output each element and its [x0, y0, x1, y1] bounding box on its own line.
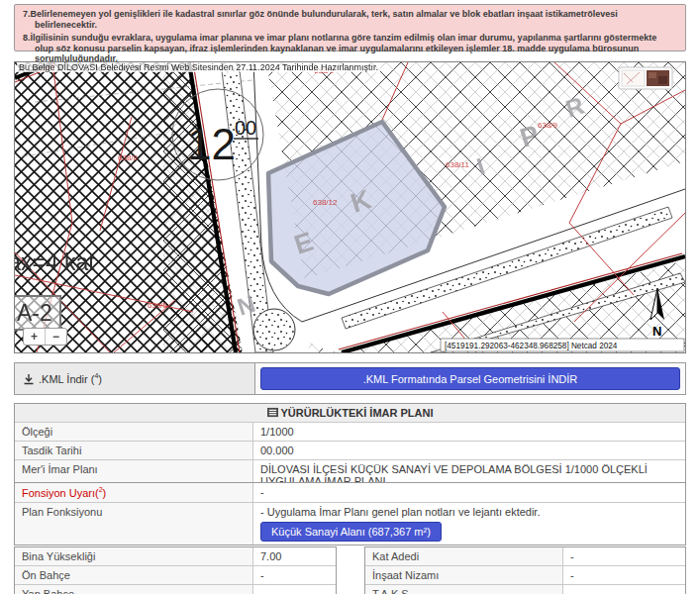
table-row: Bina Yüksekliği 7.00	[15, 547, 336, 565]
table-row: Ölçeği 1/1000	[15, 422, 685, 441]
road-width-value: 12	[187, 120, 236, 168]
plan-notes-box: 7.Belirlenemeyen yol genişlikleri ile ka…	[14, 4, 686, 51]
kml-download-row: .KML İndir (4) .KML Formatında Parsel Ge…	[14, 362, 686, 395]
plan-note-7: 7.Belirlenemeyen yol genişlikleri ile ka…	[23, 9, 677, 30]
map-zoom-control[interactable]: + −	[23, 328, 67, 346]
row-label: Tasdik Tarihi	[15, 442, 253, 459]
coords-text: [4519191.292063-462348.968258] Netcad 20…	[445, 342, 618, 350]
table-row: Ön Bahçe -	[15, 565, 336, 584]
row-label: Bina Yüksekliği	[15, 547, 253, 565]
plan-function-note: - Uygulama İmar Planı genel plan notları…	[260, 506, 678, 518]
map-canvas[interactable]: 12 00 N E K I P R	[15, 62, 685, 352]
svg-text:638/11: 638/11	[446, 160, 469, 169]
row-value: 00.000	[253, 442, 685, 459]
row-value: -	[253, 566, 336, 584]
function-table: Fonsiyon Uyarı(2) - Plan Fonksiyonu - Uy…	[14, 482, 686, 545]
row-value: -	[563, 585, 685, 594]
svg-text:638/9: 638/9	[538, 121, 558, 130]
table-row: Yan Bahçe -	[15, 584, 336, 594]
row-label: İnşaat Nizamı	[365, 566, 563, 584]
zoom-in-button[interactable]: +	[24, 329, 46, 345]
list-icon	[267, 407, 278, 418]
table-row: İnşaat Nizamı -	[365, 565, 685, 584]
table-row: T.A.K.S. -	[365, 584, 685, 594]
road-width-sup: 00	[235, 117, 256, 139]
zone-label: A-2	[17, 300, 52, 326]
parcel-map[interactable]: 12 00 N E K I P R	[14, 61, 686, 353]
row-value: -	[563, 547, 685, 565]
svg-text:639/5: 639/5	[148, 301, 168, 310]
download-icon	[23, 373, 35, 385]
row-label: Ölçeği	[15, 423, 253, 441]
row-value: -	[253, 585, 336, 594]
zoom-out-button[interactable]: −	[46, 329, 66, 345]
row-value: 1/1000	[253, 423, 685, 441]
row-label: Plan Fonksiyonu	[15, 503, 253, 544]
kml-download-label: .KML İndir (4)	[15, 363, 255, 394]
row-label: Kat Adedi	[365, 547, 563, 565]
table-row: Fonsiyon Uyarı(2) -	[15, 483, 685, 502]
table-row: Kat Adedi -	[365, 547, 685, 565]
svg-text:638/8: 638/8	[118, 153, 139, 162]
building-params-right-table: Kat Adedi - İnşaat Nizamı - T.A.K.S. -	[364, 546, 686, 594]
row-label: Yan Bahçe	[15, 585, 253, 594]
roundabout-dots	[254, 310, 294, 349]
row-value: -	[563, 566, 685, 584]
imar-plan-table: YÜRÜRLÜKTEKİ İMAR PLANI Ölçeği 1/1000 Ta…	[14, 403, 686, 491]
plan-note-8: 8.İlgilisinin sunduğu evraklara, uygulam…	[23, 33, 677, 64]
basemap-switcher[interactable]	[619, 67, 672, 89]
document-note: Bu Belge DİLOVASI Belediyesi Resmi Web S…	[17, 62, 380, 72]
row-value: -	[253, 483, 685, 502]
table-row: Plan Fonksiyonu - Uygulama İmar Planı ge…	[15, 502, 685, 544]
row-value: 7.00	[253, 547, 336, 565]
building-params-left-table: Bina Yüksekliği 7.00 Ön Bahçe - Yan Bahç…	[14, 546, 337, 594]
kml-download-button[interactable]: .KML Formatında Parsel Geometrisini İNDİ…	[260, 367, 680, 390]
imar-plan-table-header: YÜRÜRLÜKTEKİ İMAR PLANI	[15, 404, 685, 422]
row-label: T.A.K.S.	[365, 585, 563, 594]
function-warning-label: Fonsiyon Uyarı(2)	[15, 483, 253, 502]
row-label: Ön Bahçe	[15, 566, 253, 584]
table-row: Tasdik Tarihi 00.000	[15, 441, 685, 459]
zone-function-button[interactable]: Küçük Sanayi Alanı (687,367 m²)	[260, 522, 442, 542]
svg-text:638/12: 638/12	[313, 198, 338, 207]
north-label: N	[652, 324, 661, 339]
floor-limit-label: max=4 kat	[15, 249, 95, 275]
